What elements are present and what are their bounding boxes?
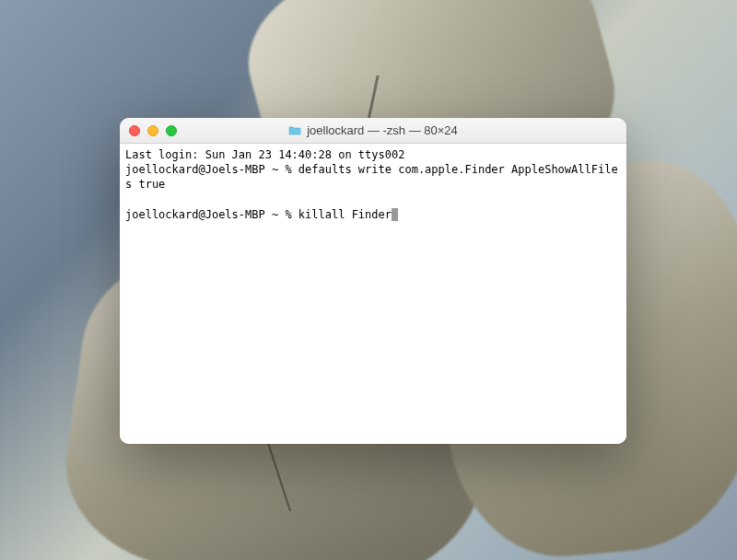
- window-titlebar[interactable]: joellockard — -zsh — 80×24: [120, 118, 626, 144]
- terminal-prompt: joellockard@Joels-MBP ~ %: [125, 208, 298, 221]
- terminal-window: joellockard — -zsh — 80×24 Last login: S…: [120, 118, 626, 444]
- close-button[interactable]: [129, 125, 140, 136]
- traffic-lights: [129, 125, 177, 136]
- maximize-button[interactable]: [166, 125, 177, 136]
- terminal-command: killall Finder: [298, 208, 392, 221]
- terminal-content[interactable]: Last login: Sun Jan 23 14:40:28 on ttys0…: [120, 144, 626, 444]
- cursor: [392, 208, 398, 221]
- folder-icon: [288, 125, 301, 135]
- minimize-button[interactable]: [147, 125, 158, 136]
- terminal-line: joellockard@Joels-MBP ~ % defaults write…: [125, 162, 621, 192]
- terminal-line: Last login: Sun Jan 23 14:40:28 on ttys0…: [125, 147, 621, 162]
- window-title-area: joellockard — -zsh — 80×24: [120, 123, 626, 137]
- terminal-prompt-line: joellockard@Joels-MBP ~ % killall Finder: [125, 207, 621, 222]
- window-title: joellockard — -zsh — 80×24: [307, 123, 458, 137]
